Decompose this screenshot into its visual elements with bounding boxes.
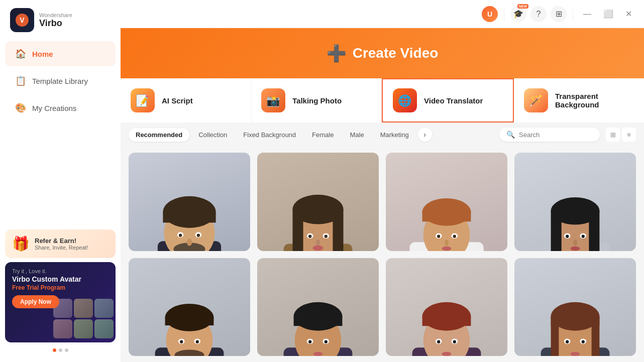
feature-card-talking-photo[interactable]: 📸 Talking Photo	[251, 78, 382, 123]
avatar-promo-eyebrow: Try it , Love it.	[12, 268, 109, 274]
svg-point-59	[196, 340, 199, 343]
grid-icon: ⊞	[556, 9, 562, 19]
restore-button[interactable]: ⬜	[599, 7, 617, 21]
svg-point-77	[442, 351, 452, 355]
svg-rect-44	[589, 211, 599, 251]
list-view-button[interactable]: ≡	[622, 128, 636, 142]
promo-dots	[5, 348, 116, 352]
avatar-image	[514, 258, 636, 356]
filter-row: Recommended Collection Fixed Background …	[121, 123, 644, 147]
avatar-card-8[interactable]	[514, 258, 636, 356]
svg-text:V: V	[20, 16, 25, 24]
tab-female[interactable]: Female	[305, 128, 341, 142]
tab-male[interactable]: Male	[343, 128, 371, 142]
svg-text:🪄: 🪄	[529, 94, 543, 107]
avatar-card-ruby[interactable]: Ruby-Games	[386, 153, 507, 251]
promo-dot-1[interactable]	[53, 348, 56, 352]
main-content: U 🎓 NEW ? ⊞ — ⬜ ✕ ➕ Create Video 📝 AI Sc…	[121, 0, 644, 362]
avatar-card-harper[interactable]: Harper-Promotion	[514, 153, 636, 251]
transparent-bg-label: Transparent Background	[555, 92, 634, 109]
feature-card-ai-script[interactable]: 📝 AI Script	[121, 78, 251, 123]
feature-card-transparent-bg[interactable]: 🪄 Transparent Background	[514, 78, 644, 123]
avatar-image	[129, 258, 250, 356]
grid-icon-button[interactable]: ⊞	[551, 6, 567, 22]
svg-point-37	[445, 239, 449, 246]
avatar-promo[interactable]: Try it , Love it. Virbo Custom Avatar Fr…	[5, 262, 116, 342]
svg-rect-20	[292, 209, 303, 251]
avatar-image	[129, 153, 250, 251]
svg-rect-21	[333, 209, 343, 251]
close-button[interactable]: ✕	[621, 7, 636, 21]
talking-photo-icon: 📸	[261, 88, 285, 112]
avatar-thumb	[94, 319, 114, 338]
sidebar-item-home-label: Home	[32, 50, 53, 58]
grid-view-button[interactable]: ⊞	[606, 128, 620, 142]
avatar-image	[257, 153, 379, 251]
creations-icon: 🎨	[15, 102, 26, 113]
avatar-card-elena[interactable]: Elena-Professional	[257, 153, 379, 251]
svg-point-36	[453, 235, 456, 238]
avatar-card-5[interactable]: HOT	[129, 258, 250, 356]
svg-point-48	[582, 235, 585, 238]
new-badge: NEW	[517, 4, 528, 9]
sidebar-item-creations-label: My Creations	[32, 104, 76, 112]
promo-dot-3[interactable]	[65, 348, 68, 352]
video-translator-icon: 🌐	[393, 88, 417, 112]
tab-fixed-background[interactable]: Fixed Background	[236, 128, 303, 142]
avatar-image	[386, 258, 507, 356]
refer-earn-promo[interactable]: 🎁 Refer & Earn! Share, Invite, Repeat!	[5, 229, 116, 258]
transparent-bg-icon: 🪄	[524, 88, 548, 112]
tab-more-button[interactable]: ›	[418, 128, 432, 142]
svg-point-68	[313, 351, 323, 355]
avatar-thumb	[74, 299, 93, 318]
svg-point-58	[180, 340, 183, 343]
refer-text: Refer & Earn! Share, Invite, Repeat!	[35, 237, 88, 251]
sidebar-item-home[interactable]: 🏠 Home	[5, 41, 116, 66]
logo-text: Wondershare Virbo	[39, 12, 72, 29]
tab-recommended[interactable]: Recommended	[129, 128, 189, 142]
svg-point-14	[197, 234, 200, 237]
avatar-card-6[interactable]	[257, 258, 379, 356]
sidebar-item-my-creations[interactable]: 🎨 My Creations	[5, 95, 116, 120]
svg-rect-54	[165, 317, 214, 325]
avatar-thumbnails	[53, 299, 114, 338]
minimize-button[interactable]: —	[579, 8, 595, 21]
search-input[interactable]	[519, 131, 593, 139]
user-avatar[interactable]: U	[482, 6, 498, 22]
svg-point-88	[571, 351, 580, 355]
svg-rect-63	[294, 316, 343, 326]
gift-icon-button[interactable]: 🎓 NEW	[510, 6, 526, 22]
svg-point-76	[453, 340, 456, 343]
avatar-card-brandt[interactable]: Brandt-Casual	[129, 153, 250, 251]
avatar-image	[257, 258, 379, 356]
feature-cards-row: 📝 AI Script 📸 Talking Photo 🌐 Video Tran…	[121, 78, 644, 123]
create-video-banner[interactable]: ➕ Create Video	[121, 28, 644, 78]
svg-point-26	[316, 239, 320, 246]
svg-text:📸: 📸	[266, 94, 280, 107]
avatar-image	[386, 153, 507, 251]
sidebar-item-template-library[interactable]: 📋 Template Library	[5, 68, 116, 93]
logo-brand: Wondershare	[39, 12, 72, 18]
svg-point-75	[437, 340, 440, 343]
svg-point-49	[573, 239, 577, 246]
avatar-card-7[interactable]	[386, 258, 507, 356]
tab-collection[interactable]: Collection	[191, 128, 234, 142]
svg-text:📝: 📝	[136, 94, 150, 107]
sidebar: V Wondershare Virbo 🏠 Home 📋 Template Li…	[0, 0, 121, 362]
svg-point-38	[442, 247, 452, 251]
tab-marketing[interactable]: Marketing	[373, 128, 416, 142]
svg-point-35	[437, 235, 440, 238]
svg-rect-9	[163, 212, 216, 222]
help-icon: ?	[536, 10, 541, 19]
apply-now-button[interactable]: Apply Now	[12, 295, 59, 308]
feature-card-video-translator[interactable]: 🌐 Video Translator	[382, 78, 514, 123]
promo-dot-2[interactable]	[59, 348, 62, 352]
search-box: 🔍	[499, 128, 600, 142]
help-icon-button[interactable]: ?	[530, 6, 547, 22]
sidebar-promos: 🎁 Refer & Earn! Share, Invite, Repeat! T…	[5, 229, 116, 352]
ai-script-label: AI Script	[162, 96, 193, 105]
talking-photo-label: Talking Photo	[292, 96, 342, 105]
svg-rect-72	[422, 316, 471, 326]
search-icon: 🔍	[506, 131, 515, 139]
video-translator-label: Video Translator	[424, 96, 483, 105]
